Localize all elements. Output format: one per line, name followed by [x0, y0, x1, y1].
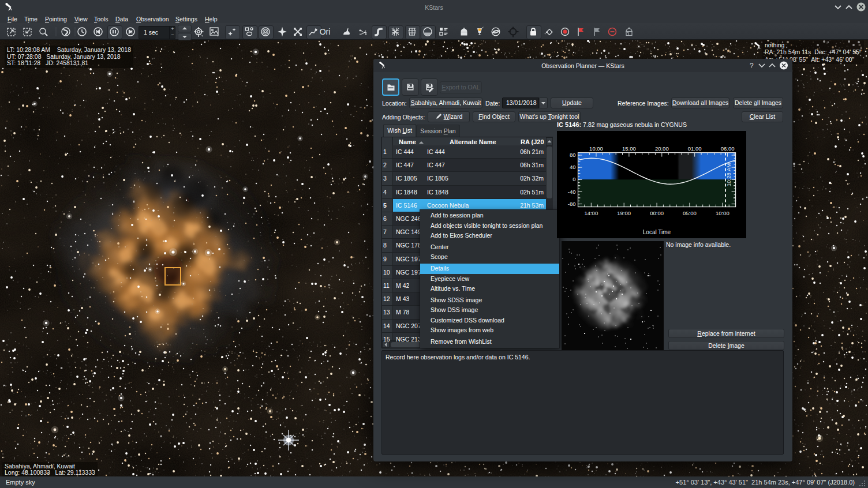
svg-text:-40: -40	[568, 189, 576, 195]
svg-text:00:00: 00:00	[650, 210, 664, 216]
svg-text:40: 40	[570, 164, 576, 170]
svg-text:10:00: 10:00	[716, 210, 729, 216]
svg-text:?: ?	[750, 62, 754, 70]
svg-text:10:00: 10:00	[589, 145, 603, 152]
svg-text:80: 80	[570, 152, 576, 158]
svg-text:Local Time: Local Time	[643, 229, 671, 235]
svg-text:05:00: 05:00	[683, 210, 697, 216]
svg-text:01:00: 01:00	[688, 145, 702, 152]
svg-text:-80: -80	[568, 201, 576, 207]
svg-text:14:00: 14:00	[584, 210, 598, 216]
svg-text:10:28 AM: 10:28 AM	[725, 163, 732, 186]
svg-text:15:00: 15:00	[622, 145, 636, 152]
svg-text:0: 0	[573, 176, 575, 182]
svg-text:06:00: 06:00	[721, 145, 735, 152]
svg-text:Ori: Ori	[320, 27, 331, 36]
svg-text:20:00: 20:00	[655, 145, 669, 152]
svg-text:19:00: 19:00	[617, 210, 631, 216]
